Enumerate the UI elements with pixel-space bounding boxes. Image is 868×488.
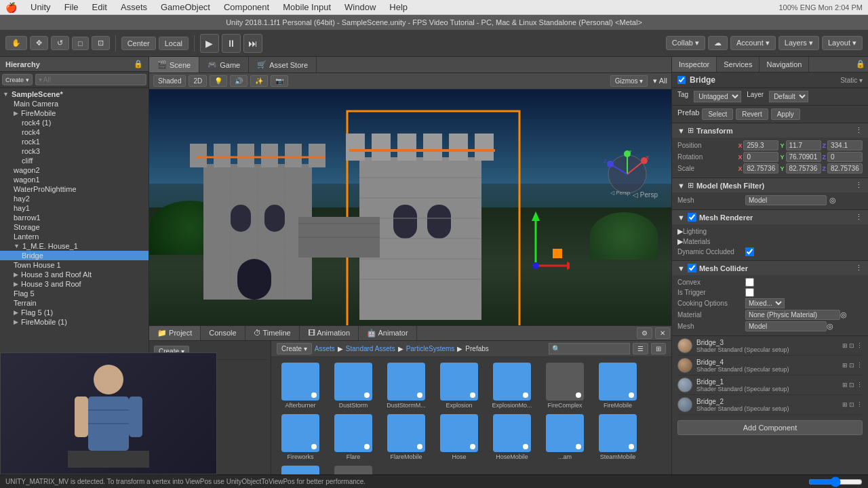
asset-duststormm[interactable]: DustStormM... (382, 363, 430, 409)
asset-afterburner[interactable]: Afterburner (277, 363, 324, 409)
add-component-button[interactable]: Add Component (677, 420, 863, 435)
tree-item-waterpronauttime[interactable]: WaterProNighttime (0, 184, 149, 194)
2d-toggle[interactable]: 2D (189, 75, 207, 87)
breadcrumb-assets[interactable]: Assets (315, 345, 335, 352)
dynamic-occluded-checkbox[interactable] (745, 247, 754, 256)
tab-asset-store[interactable]: 🛒 Asset Store (249, 57, 317, 73)
tab-inspector[interactable]: Inspector (672, 57, 717, 72)
layer-select[interactable]: Default (769, 91, 808, 102)
asset-flare[interactable]: Flare (330, 414, 377, 460)
menu-file[interactable]: File (62, 1, 81, 14)
transform-scale-tool[interactable]: □ (72, 37, 89, 50)
sc-z-input[interactable] (827, 163, 863, 174)
rot-y-input[interactable] (786, 152, 821, 162)
asset-flaremobile[interactable]: FlareMobile (382, 414, 430, 460)
asset-am[interactable]: ...am (541, 414, 589, 460)
mesh-collider-menu[interactable]: ⋮ (855, 264, 863, 272)
tab-animation[interactable]: 🎞 Animation (300, 326, 359, 340)
tab-project[interactable]: 📁 Project (149, 326, 201, 340)
prefab-select-button[interactable]: Select (702, 108, 733, 120)
mesh-collider-enabled[interactable] (688, 264, 696, 272)
tab-timeline[interactable]: ⏱ Timeline (245, 326, 300, 340)
cloud-button[interactable]: ☁ (708, 36, 728, 50)
tree-item-samplescene[interactable]: ▼ SampleScene* (0, 89, 149, 99)
hierarchy-search-input[interactable] (35, 74, 146, 85)
pos-y-input[interactable] (786, 140, 821, 150)
step-button[interactable]: ⏭ (243, 34, 262, 53)
asset-steammobile[interactable]: SteamMobile (594, 414, 642, 460)
sc-y-input[interactable] (786, 163, 821, 174)
layers-button[interactable]: Layers ▾ (778, 36, 819, 50)
tree-item-rock4-1[interactable]: rock4 (1) (0, 118, 149, 127)
transform-rect-tool[interactable]: ⊡ (92, 36, 110, 50)
asset-hosemobile[interactable]: HoseMobile (488, 414, 536, 460)
menu-assets[interactable]: Assets (118, 1, 150, 14)
tree-item-house1[interactable]: ▼ 1_M.E. House_1 (0, 241, 149, 251)
mesh-renderer-header[interactable]: ▼ Mesh Renderer ⋮ (672, 210, 868, 224)
asset-filter-button[interactable]: ☰ (633, 343, 648, 354)
asset-fireworks[interactable]: Fireworks (277, 414, 324, 460)
tab-console[interactable]: Console (201, 326, 245, 340)
tree-item-lantern[interactable]: Lantern (0, 232, 149, 241)
layout-button[interactable]: Layout ▾ (822, 36, 863, 50)
scene-camera-settings[interactable]: 📷 (271, 75, 288, 87)
mesh-input[interactable] (745, 195, 827, 205)
rot-x-input[interactable] (743, 152, 778, 162)
static-toggle[interactable]: Static ▾ (840, 77, 863, 84)
cooking-options-select[interactable]: Mixed... (745, 298, 785, 308)
fx-toggle[interactable]: ✨ (250, 75, 268, 87)
tab-animator[interactable]: 🤖 Animator (359, 326, 416, 340)
tree-item-rock1[interactable]: rock1 (0, 137, 149, 146)
menu-unity[interactable]: Unity (28, 1, 54, 14)
bottom-panel-close[interactable]: ✕ (655, 327, 670, 339)
sc-x-input[interactable] (743, 163, 778, 174)
breadcrumb-particle-systems[interactable]: ParticleSystems (406, 345, 455, 352)
tree-item-house3roof[interactable]: ▶ House 3 and Roof (0, 279, 149, 289)
collab-button[interactable]: Collab ▾ (666, 36, 705, 50)
material-bridge2-icons[interactable]: ⊞ ⊡ ⋮ (842, 401, 863, 408)
pos-z-input[interactable] (827, 140, 863, 150)
mesh-filter-menu[interactable]: ⋮ (855, 181, 863, 190)
materials-row[interactable]: ▶ Materials (677, 237, 863, 246)
menu-help[interactable]: Help (387, 1, 410, 14)
asset-wildfire[interactable]: WildFire (330, 466, 377, 474)
tree-item-wagon1[interactable]: wagon1 (0, 175, 149, 184)
material-bridge1[interactable]: Bridge_1 Shader Standard (Specular setup… (677, 375, 863, 395)
menu-window[interactable]: Window (342, 1, 378, 14)
collider-material-input[interactable] (745, 310, 840, 320)
apple-menu-icon[interactable]: 🍎 (5, 2, 17, 13)
breadcrumb-standard-assets[interactable]: Standard Assets (346, 345, 395, 352)
tree-item-bridge[interactable]: Bridge (0, 251, 149, 260)
tree-item-firemobile[interactable]: ▶ FireMobile (0, 108, 149, 118)
tree-item-townhouse1[interactable]: Town House 1 (0, 260, 149, 270)
asset-firemobile[interactable]: FireMobile (594, 363, 642, 409)
tag-select[interactable]: Untagged (694, 91, 741, 102)
pos-x-input[interactable] (743, 140, 778, 150)
collider-material-icon[interactable]: ◎ (840, 310, 847, 319)
shaded-dropdown[interactable]: Shaded (153, 75, 186, 87)
asset-duststorm[interactable]: DustStorm (330, 363, 377, 409)
lighting-toggle[interactable]: 💡 (210, 75, 227, 87)
tab-game[interactable]: 🎮 Game (199, 57, 249, 73)
is-trigger-checkbox[interactable] (745, 288, 754, 297)
mesh-collider-header[interactable]: ▼ Mesh Collider ⋮ (672, 261, 868, 275)
asset-explosion[interactable]: Explosion (435, 363, 483, 409)
space-toggle[interactable]: Local (159, 37, 189, 50)
bottom-panel-settings[interactable]: ⚙ (637, 327, 652, 339)
hierarchy-create-button[interactable]: Create ▾ (2, 74, 33, 85)
tree-item-wagon2[interactable]: wagon2 (0, 165, 149, 175)
material-bridge3-icons[interactable]: ⊞ ⊡ ⋮ (842, 342, 863, 349)
tab-scene[interactable]: 🎬 Scene (149, 57, 199, 73)
menu-component[interactable]: Component (221, 1, 272, 14)
material-bridge4-icons[interactable]: ⊞ ⊡ ⋮ (842, 362, 863, 369)
mesh-target-icon[interactable]: ◎ (829, 196, 836, 205)
account-button[interactable]: Account ▾ (730, 36, 776, 50)
asset-view-toggle[interactable]: ⊞ (651, 343, 666, 354)
scene-viewport[interactable]: X Y Z ◁ Persp ◁ Persp (149, 89, 671, 325)
asset-explosionmo[interactable]: ExplosionMo... (488, 363, 536, 409)
mesh-renderer-menu[interactable]: ⋮ (855, 213, 863, 222)
transform-hand-tool[interactable]: ✋ (5, 36, 27, 50)
collider-mesh-input[interactable] (745, 321, 827, 331)
lighting-row[interactable]: ▶ Lighting (677, 227, 863, 236)
tree-item-firemobile1[interactable]: ▶ FireMobile (1) (0, 317, 149, 327)
